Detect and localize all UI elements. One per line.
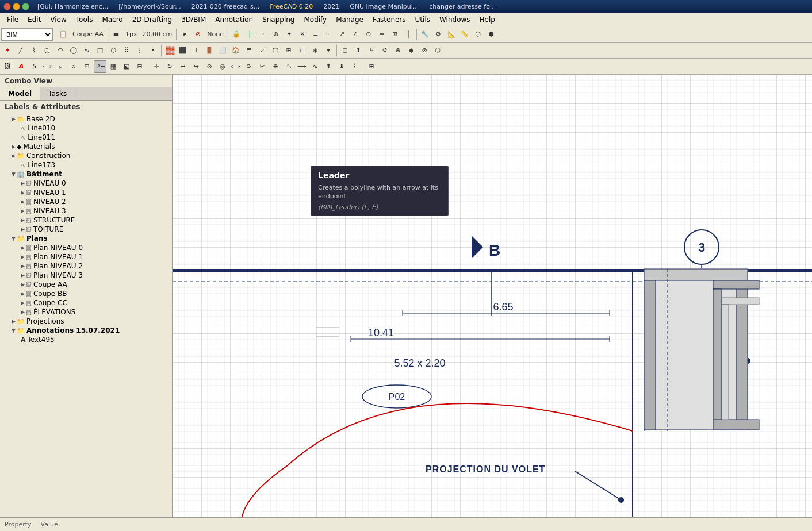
workbench-select[interactable]: BIM (1, 28, 53, 41)
mesh-btn[interactable]: ⬡ (431, 44, 444, 57)
snap-parallel-btn[interactable]: ≡ (309, 28, 322, 41)
tree-item-base2d[interactable]: ▶ 📁 Base 2D (0, 114, 172, 124)
dimangled-btn[interactable]: ⦛ (54, 60, 67, 73)
tree-view[interactable]: ▶ 📁 Base 2D ∿ Line010 ∿ Line011 ▶ ◆ (0, 113, 172, 517)
join-btn[interactable]: ⊕ (269, 60, 282, 73)
close-button[interactable] (3, 3, 11, 10)
wire-btn[interactable]: ⌇ (348, 60, 361, 73)
menu-annotation[interactable]: Annotation (210, 14, 258, 25)
dimlinear-btn[interactable]: ⟺ (41, 60, 53, 73)
menu-snapping[interactable]: Snapping (258, 14, 299, 25)
tree-item-line010[interactable]: ∿ Line010 (0, 124, 172, 133)
tree-item-plan-niv1[interactable]: ▶ 🖼 Plan NIVEAU 1 (0, 252, 172, 261)
tree-item-niveau2[interactable]: ▶ 🖼 NIVEAU 2 (0, 197, 172, 206)
snap-wk-btn[interactable]: ⊙ (203, 60, 216, 73)
3dbox-btn[interactable]: ◻ (339, 44, 351, 57)
text-btn[interactable]: A (14, 60, 27, 73)
shape-btn[interactable]: ◆ (405, 44, 418, 57)
title-tab-1[interactable]: [Gui: Harmonize enc... (37, 3, 108, 10)
snap-cross-btn[interactable]: ✕ (296, 28, 309, 41)
tree-item-coupe-bb[interactable]: ▶ 🖼 Coupe BB (0, 289, 172, 298)
frame-btn[interactable]: ⊞ (282, 44, 295, 57)
slab-btn[interactable]: ⬛ (177, 44, 189, 57)
tree-item-niveau0[interactable]: ▶ 🖼 NIVEAU 0 (0, 179, 172, 188)
move-btn[interactable]: ✛ (150, 60, 163, 73)
column-btn[interactable]: I (190, 44, 202, 57)
menu-file[interactable]: File (2, 14, 23, 25)
more-btn[interactable]: ▾ (322, 44, 335, 57)
view-select-btn[interactable]: 📋 (57, 28, 70, 41)
snap-lock-btn[interactable]: 🔒 (230, 28, 243, 41)
array-btn[interactable]: ⠿ (120, 44, 133, 57)
panel-btn[interactable]: ⬚ (269, 44, 282, 57)
mirror-btn[interactable]: ⟺ (229, 60, 242, 73)
tool6-btn[interactable]: ⬢ (485, 28, 497, 41)
tool2-btn[interactable]: ⚙ (432, 28, 445, 41)
shapestring-btn[interactable]: S (28, 60, 40, 73)
snap-endpoint-btn[interactable]: ◦ (256, 28, 269, 41)
title-tab-2[interactable]: [/home/yorik/Sour... (118, 3, 181, 10)
labeltext-btn[interactable]: ⊡ (81, 60, 93, 73)
menu-3dbim[interactable]: 3D/BIM (177, 14, 210, 25)
scale2-btn[interactable]: ⤡ (282, 60, 295, 73)
stretch-btn[interactable]: ⟶ (296, 60, 308, 73)
addmore-btn[interactable]: ⊞ (365, 60, 378, 73)
dot-btn[interactable]: • (147, 44, 159, 57)
leader-btn[interactable]: ↗─ (94, 60, 106, 73)
boolean-btn[interactable]: ⊕ (392, 44, 404, 57)
draft-btn[interactable]: ∿ (309, 60, 321, 73)
polygon-btn[interactable]: ⬡ (107, 44, 120, 57)
menu-windows[interactable]: Windows (435, 14, 475, 25)
tree-item-line011[interactable]: ∿ Line011 (0, 133, 172, 142)
tool5-btn[interactable]: ⬡ (472, 28, 484, 41)
snap-grid-btn[interactable]: ⊞ (389, 28, 401, 41)
tree-item-construction[interactable]: ▶ 📁 Construction (0, 151, 172, 160)
image-btn[interactable]: 🖼 (1, 60, 14, 73)
maximize-button[interactable] (22, 3, 29, 10)
dimradial-btn[interactable]: ⌀ (67, 60, 80, 73)
menu-2ddrafting[interactable]: 2D Drafting (128, 14, 177, 25)
tool4-btn[interactable]: 📏 (458, 28, 471, 41)
menu-manage[interactable]: Manage (331, 14, 368, 25)
rect-btn[interactable]: □ (94, 44, 106, 57)
snap-node-btn[interactable]: ✦ (283, 28, 296, 41)
menu-utils[interactable]: Utils (411, 14, 435, 25)
menu-tools[interactable]: Tools (71, 14, 98, 25)
compound-btn[interactable]: ⊗ (418, 44, 431, 57)
tree-item-text495[interactable]: A Text495 (0, 335, 172, 344)
arrow-btn[interactable]: ➤ (178, 28, 191, 41)
snap-ext-btn[interactable]: ↗ (336, 28, 348, 41)
build-btn[interactable]: 🔧 (419, 28, 431, 41)
tree-item-materials[interactable]: ▶ ◆ Materials (0, 142, 172, 151)
tree-item-annotations[interactable]: ▼ 📁 Annotations 15.07.2021 (0, 326, 172, 335)
sectionplane-btn[interactable]: ⊟ (133, 60, 146, 73)
snap-dots-btn[interactable]: ⋯ (323, 28, 335, 41)
sweep-btn[interactable]: ⤷ (365, 44, 378, 57)
title-tab-6[interactable]: GNU Image Manipul... (350, 3, 419, 10)
tool3-btn[interactable]: 📐 (445, 28, 458, 41)
menu-view[interactable]: View (45, 14, 71, 25)
menu-edit[interactable]: Edit (23, 14, 45, 25)
wall-btn[interactable]: 🧱 (163, 44, 176, 57)
line-btn[interactable]: ╱ (14, 44, 27, 57)
clone-btn[interactable]: ⋮ (133, 44, 146, 57)
point-btn[interactable]: ✦ (1, 44, 14, 57)
tree-item-batiment[interactable]: ▼ 🏢 Bâtiment (0, 170, 172, 179)
menu-macro[interactable]: Macro (97, 14, 127, 25)
redo-btn[interactable]: ↪ (190, 60, 202, 73)
hatch-btn[interactable]: ▦ (107, 60, 120, 73)
tree-item-plans[interactable]: ▼ 📁 Plans (0, 234, 172, 243)
menu-help[interactable]: Help (475, 14, 500, 25)
extrude-btn[interactable]: ⬆ (352, 44, 365, 57)
no-snap-btn[interactable]: ⊘ (191, 28, 204, 41)
downgrade-btn[interactable]: ⬇ (335, 60, 348, 73)
canvas-area[interactable]: B 3 6.65 10.41 5.52 x 2.20 1.34 (173, 75, 812, 517)
snap-dim-btn[interactable]: ◎ (216, 60, 229, 73)
tree-item-toiture[interactable]: ▶ 🖼 TOITURE (0, 225, 172, 234)
trim-btn[interactable]: ✂ (256, 60, 269, 73)
tree-item-coupe-aa[interactable]: ▶ 🖼 Coupe AA (0, 280, 172, 289)
title-tab-5[interactable]: 2021 (323, 3, 339, 10)
surface-btn[interactable]: ⬕ (120, 60, 133, 73)
ramp-btn[interactable]: ⟋ (256, 44, 269, 57)
circle-btn[interactable]: ○ (41, 44, 53, 57)
